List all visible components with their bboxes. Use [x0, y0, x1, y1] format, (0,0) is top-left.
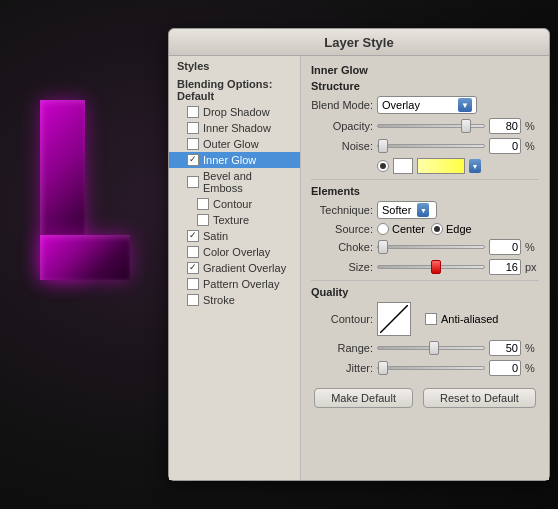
inner-glow-content: Inner Glow Structure Blend Mode: Overlay…: [301, 56, 549, 480]
noise-value[interactable]: 0: [489, 138, 521, 154]
source-row: Source: Center Edge: [311, 223, 539, 235]
sidebar-item-drop-shadow[interactable]: Drop Shadow: [169, 104, 300, 120]
source-label: Source:: [311, 223, 373, 235]
outer-glow-checkbox[interactable]: [187, 138, 199, 150]
source-edge-option[interactable]: Edge: [431, 223, 472, 235]
choke-slider-container: [377, 245, 485, 249]
size-track[interactable]: [377, 265, 485, 269]
range-value[interactable]: 50: [489, 340, 521, 356]
jitter-value[interactable]: 0: [489, 360, 521, 376]
sidebar-item-inner-shadow[interactable]: Inner Shadow: [169, 120, 300, 136]
letter-l-preview: [30, 100, 140, 280]
color-row: ▼: [311, 158, 539, 174]
opacity-value[interactable]: 80: [489, 118, 521, 134]
inner-shadow-checkbox[interactable]: [187, 122, 199, 134]
bevel-emboss-label: Bevel and Emboss: [203, 170, 292, 194]
blend-mode-arrow-icon: ▼: [458, 98, 472, 112]
noise-track[interactable]: [377, 144, 485, 148]
blend-mode-label: Blend Mode:: [311, 99, 373, 111]
range-track[interactable]: [377, 346, 485, 350]
make-default-button[interactable]: Make Default: [314, 388, 413, 408]
opacity-slider-container: [377, 124, 485, 128]
choke-value[interactable]: 0: [489, 239, 521, 255]
jitter-label: Jitter:: [311, 362, 373, 374]
source-edge-label: Edge: [446, 223, 472, 235]
stroke-label: Stroke: [203, 294, 235, 306]
contour-preview-svg: [380, 305, 408, 333]
pattern-overlay-checkbox[interactable]: [187, 278, 199, 290]
jitter-unit: %: [525, 362, 539, 374]
choke-thumb[interactable]: [378, 240, 388, 254]
range-row: Range: 50 %: [311, 340, 539, 356]
source-center-option[interactable]: Center: [377, 223, 425, 235]
choke-track[interactable]: [377, 245, 485, 249]
noise-thumb[interactable]: [378, 139, 388, 153]
opacity-row: Opacity: 80 %: [311, 118, 539, 134]
texture-checkbox[interactable]: [197, 214, 209, 226]
quality-title: Quality: [311, 286, 539, 298]
size-value[interactable]: 16: [489, 259, 521, 275]
opacity-label: Opacity:: [311, 120, 373, 132]
source-options: Center Edge: [377, 223, 472, 235]
anti-alias-row: Anti-aliased: [425, 313, 498, 325]
opacity-track[interactable]: [377, 124, 485, 128]
contour-checkbox[interactable]: [197, 198, 209, 210]
anti-alias-checkbox[interactable]: [425, 313, 437, 325]
sidebar-item-pattern-overlay[interactable]: Pattern Overlay: [169, 276, 300, 292]
technique-value: Softer: [382, 204, 411, 216]
gradient-overlay-label: Gradient Overlay: [203, 262, 286, 274]
size-thumb[interactable]: [431, 260, 441, 274]
elements-title: Elements: [311, 185, 539, 197]
sidebar-item-contour[interactable]: Contour: [169, 196, 300, 212]
bevel-emboss-checkbox[interactable]: [187, 176, 199, 188]
jitter-thumb[interactable]: [378, 361, 388, 375]
color-swatch-yellow[interactable]: [417, 158, 465, 174]
inner-glow-checkbox[interactable]: [187, 154, 199, 166]
color-swatch-white[interactable]: [393, 158, 413, 174]
source-center-radio[interactable]: [377, 223, 389, 235]
structure-title: Structure: [311, 80, 539, 92]
range-thumb[interactable]: [429, 341, 439, 355]
anti-alias-label: Anti-aliased: [441, 313, 498, 325]
blend-mode-row: Blend Mode: Overlay ▼: [311, 96, 539, 114]
sidebar-item-gradient-overlay[interactable]: Gradient Overlay: [169, 260, 300, 276]
color-dropdown-arrow-icon[interactable]: ▼: [469, 159, 481, 173]
layer-style-panel: Layer Style Styles Blending Options: Def…: [168, 28, 550, 481]
technique-dropdown[interactable]: Softer ▼: [377, 201, 437, 219]
contour-row-label: Contour:: [311, 313, 373, 325]
source-edge-radio[interactable]: [431, 223, 443, 235]
sidebar-item-color-overlay[interactable]: Color Overlay: [169, 244, 300, 260]
sidebar-item-satin[interactable]: Satin: [169, 228, 300, 244]
opacity-thumb[interactable]: [461, 119, 471, 133]
noise-row: Noise: 0 %: [311, 138, 539, 154]
contour-preview-box[interactable]: [377, 302, 411, 336]
letter-l-horizontal: [40, 235, 130, 280]
blend-mode-dropdown[interactable]: Overlay ▼: [377, 96, 477, 114]
color-radio-fill[interactable]: [377, 160, 389, 172]
button-row: Make Default Reset to Default: [311, 380, 539, 414]
jitter-track[interactable]: [377, 366, 485, 370]
sidebar-item-outer-glow[interactable]: Outer Glow: [169, 136, 300, 152]
size-unit: px: [525, 261, 539, 273]
sidebar-item-blending[interactable]: Blending Options: Default: [169, 76, 300, 104]
drop-shadow-label: Drop Shadow: [203, 106, 270, 118]
stroke-checkbox[interactable]: [187, 294, 199, 306]
contour-row: Contour: Anti-aliased: [311, 302, 539, 336]
pattern-overlay-label: Pattern Overlay: [203, 278, 279, 290]
outer-glow-label: Outer Glow: [203, 138, 259, 150]
size-slider-container: [377, 265, 485, 269]
sidebar-item-stroke[interactable]: Stroke: [169, 292, 300, 308]
gradient-overlay-checkbox[interactable]: [187, 262, 199, 274]
blending-label: Blending Options: Default: [177, 78, 292, 102]
sidebar-item-inner-glow[interactable]: Inner Glow: [169, 152, 300, 168]
sidebar-item-bevel-emboss[interactable]: Bevel and Emboss: [169, 168, 300, 196]
drop-shadow-checkbox[interactable]: [187, 106, 199, 118]
color-overlay-checkbox[interactable]: [187, 246, 199, 258]
sidebar-item-texture[interactable]: Texture: [169, 212, 300, 228]
satin-checkbox[interactable]: [187, 230, 199, 242]
reset-to-default-button[interactable]: Reset to Default: [423, 388, 536, 408]
choke-unit: %: [525, 241, 539, 253]
range-unit: %: [525, 342, 539, 354]
noise-unit: %: [525, 140, 539, 152]
texture-label: Texture: [213, 214, 249, 226]
